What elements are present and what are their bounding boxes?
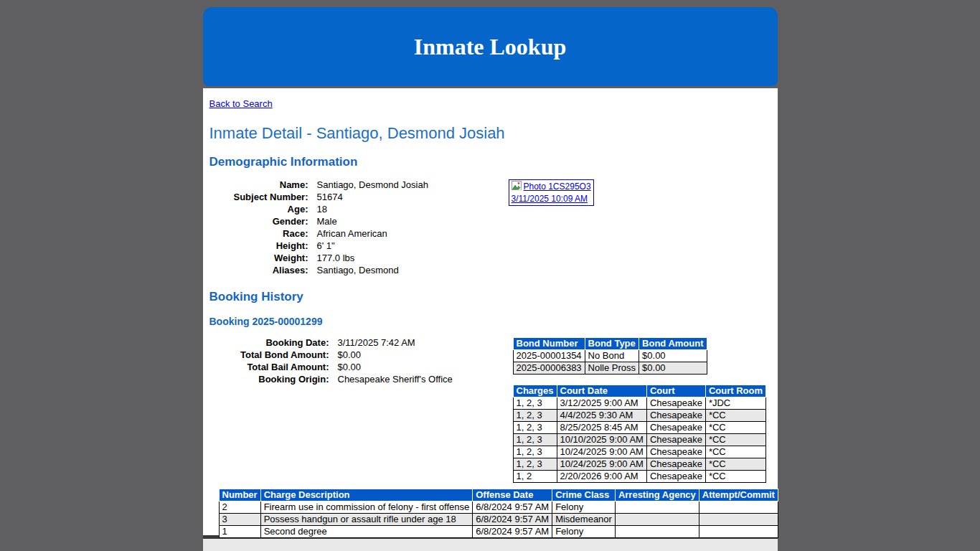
table-cell: 6/8/2024 9:57 AM xyxy=(473,514,552,526)
field-value: 3/11/2025 7:42 AM xyxy=(329,336,453,349)
table-cell: Chesapeake xyxy=(646,397,705,410)
column-header: Court xyxy=(646,385,705,397)
column-header: Court Room xyxy=(705,385,765,397)
table-cell: 1, 2, 3 xyxy=(513,422,557,434)
field-label: Weight: xyxy=(209,252,308,264)
column-header: Court Date xyxy=(557,385,646,397)
back-to-search-link[interactable]: Back to Search xyxy=(209,98,273,109)
field-label: Gender: xyxy=(209,215,308,227)
field-value: Male xyxy=(308,215,428,227)
table-row: 2025-00006383Nolle Pross$0.00 xyxy=(513,362,707,375)
table-cell: 4/4/2025 9:30 AM xyxy=(557,410,646,422)
table-cell: 8/25/2025 8:45 AM xyxy=(557,422,646,434)
field-label: Aliases: xyxy=(209,264,308,276)
app-title: Inmate Lookup xyxy=(414,34,567,60)
field-label: Booking Origin: xyxy=(209,373,329,385)
field-value: African American xyxy=(308,227,428,240)
demographics-heading: Demographic Information xyxy=(209,155,771,169)
field-value: $0.00 xyxy=(329,349,453,361)
table-cell: 2025-00001354 xyxy=(513,350,585,362)
table-row: 1, 22/20/2026 9:00 AMChesapeake*CC xyxy=(513,471,766,483)
table-cell: Chesapeake xyxy=(646,471,705,483)
table-cell: 3 xyxy=(219,514,260,526)
table-cell: *CC xyxy=(705,446,765,458)
table-cell: 2 xyxy=(219,501,260,514)
field-value: 18 xyxy=(308,203,428,215)
table-cell: Misdemeanor xyxy=(552,514,616,526)
table-cell: *CC xyxy=(705,471,765,483)
content-card: Back to Search Inmate Detail - Santiago,… xyxy=(203,88,778,539)
column-header: Offense Date xyxy=(473,489,552,501)
app-banner: Inmate Lookup xyxy=(203,7,778,86)
table-cell xyxy=(615,514,699,526)
table-cell: $0.00 xyxy=(639,362,707,375)
field-value: Santiago, Desmond xyxy=(308,264,428,276)
field-value: 51674 xyxy=(308,191,428,203)
table-cell: Firearm use in commission of felony - fi… xyxy=(260,501,473,514)
photo-link-line1: Photo 1CS295O3 xyxy=(512,181,591,194)
column-header: Bond Number xyxy=(513,338,585,350)
booking-fields: Booking Date:3/11/2025 7:42 AMTotal Bond… xyxy=(209,336,453,385)
table-row: 1Second degree6/8/2024 9:57 AMFelony xyxy=(219,526,778,538)
table-row: 1, 2, 38/25/2025 8:45 AMChesapeake*CC xyxy=(513,422,766,434)
field-value: 6' 1" xyxy=(308,240,428,252)
field-label: Subject Number: xyxy=(209,191,308,203)
inmate-photo-link[interactable]: Photo 1CS295O3 3/11/2025 10:09 AM xyxy=(509,179,594,206)
table-cell: Nolle Pross xyxy=(585,362,639,375)
table-cell: *CC xyxy=(705,410,765,422)
column-header: Number xyxy=(219,489,260,501)
table-cell: 1, 2 xyxy=(513,471,557,483)
field-row: Age:18 xyxy=(209,203,428,215)
table-cell: 6/8/2024 9:57 AM xyxy=(473,526,552,538)
charges-table: NumberCharge DescriptionOffense DateCrim… xyxy=(219,489,778,538)
column-header: Charge Description xyxy=(260,489,473,501)
column-header: Attempt/Commit xyxy=(699,489,778,501)
field-label: Age: xyxy=(209,203,308,215)
table-cell: 1, 2, 3 xyxy=(513,458,557,471)
table-row: 1, 2, 33/12/2025 9:00 AMChesapeake*JDC xyxy=(513,397,766,410)
column-header: Bond Amount xyxy=(639,338,707,350)
table-cell: 6/8/2024 9:57 AM xyxy=(473,501,552,514)
table-cell xyxy=(699,526,778,538)
field-row: Race:African American xyxy=(209,227,428,240)
broken-image-icon xyxy=(512,181,522,194)
field-value: $0.00 xyxy=(329,361,453,373)
bond-table-header-row: Bond NumberBond TypeBond Amount xyxy=(513,338,707,350)
table-cell: 10/24/2025 9:00 AM xyxy=(557,446,646,458)
table-row: 1, 2, 310/24/2025 9:00 AMChesapeake*CC xyxy=(513,446,766,458)
table-cell xyxy=(699,501,778,514)
field-label: Total Bond Amount: xyxy=(209,349,329,361)
field-row: Booking Origin:Chesapeake Sheriff's Offi… xyxy=(209,373,453,385)
table-row: 2025-00001354No Bond$0.00 xyxy=(513,350,707,362)
table-row: 3Possess handgun or assault rifle under … xyxy=(219,514,778,526)
court-table-header-row: ChargesCourt DateCourtCourt Room xyxy=(513,385,766,397)
table-cell: Chesapeake xyxy=(646,458,705,471)
table-cell: Chesapeake xyxy=(646,410,705,422)
field-row: Total Bond Amount:$0.00 xyxy=(209,349,453,361)
table-cell: 1, 2, 3 xyxy=(513,434,557,446)
table-row: 1, 2, 310/10/2025 9:00 AMChesapeake*CC xyxy=(513,434,766,446)
table-cell: Chesapeake xyxy=(646,446,705,458)
table-cell: No Bond xyxy=(585,350,639,362)
inmate-detail-heading: Inmate Detail - Santiago, Desmond Josiah xyxy=(209,124,771,142)
footer-area xyxy=(203,539,778,551)
table-cell: Felony xyxy=(552,501,616,514)
table-cell xyxy=(615,501,699,514)
booking-tables-column: Bond NumberBond TypeBond Amount 2025-000… xyxy=(513,337,767,483)
table-cell: 2025-00006383 xyxy=(513,362,585,375)
table-cell xyxy=(699,514,778,526)
table-row: 2Firearm use in commission of felony - f… xyxy=(219,501,778,514)
table-row: 1, 2, 310/24/2025 9:00 AMChesapeake*CC xyxy=(513,458,766,471)
field-row: Height:6' 1" xyxy=(209,240,428,252)
table-cell: Chesapeake xyxy=(646,422,705,434)
field-row: Booking Date:3/11/2025 7:42 AM xyxy=(209,336,453,349)
table-cell: 1, 2, 3 xyxy=(513,446,557,458)
photo-link-line2: 3/11/2025 10:09 AM xyxy=(512,194,591,204)
table-cell: *CC xyxy=(705,458,765,471)
booking-history-heading: Booking History xyxy=(209,290,771,304)
table-cell: 1 xyxy=(219,526,260,538)
field-label: Height: xyxy=(209,240,308,252)
bond-table: Bond NumberBond TypeBond Amount 2025-000… xyxy=(513,337,707,375)
field-row: Name:Santiago, Desmond Josiah xyxy=(209,179,428,191)
table-row: 1, 2, 34/4/2025 9:30 AMChesapeake*CC xyxy=(513,410,766,422)
